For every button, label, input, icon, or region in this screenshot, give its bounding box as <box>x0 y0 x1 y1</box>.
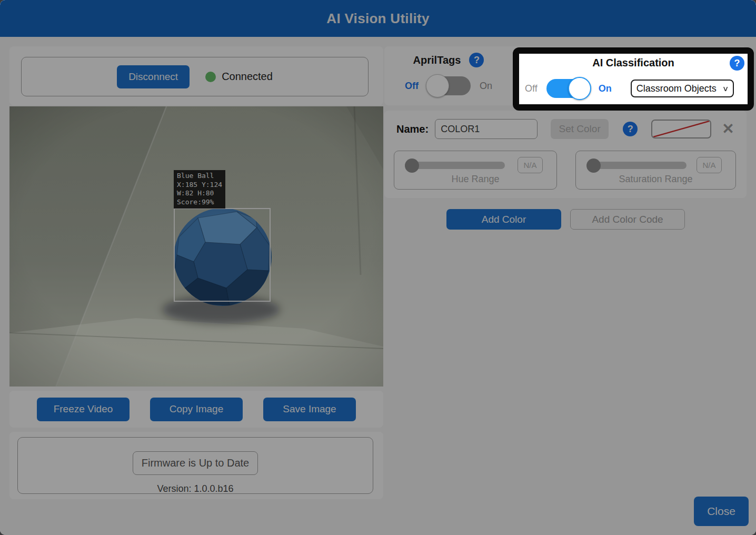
firmware-panel: Firmware is Up to Date Version: 1.0.0.b1… <box>9 432 383 499</box>
hue-slider-track[interactable] <box>411 162 505 169</box>
apriltags-toggle-knob <box>426 74 449 97</box>
connection-status-label: Connected <box>222 71 273 83</box>
connected-status-dot <box>205 72 216 82</box>
connection-panel: Disconnect Connected <box>9 46 383 105</box>
swatch-red-line <box>652 121 710 137</box>
apriltags-off-label: Off <box>405 81 419 92</box>
detection-size: W:82 H:80 <box>177 189 222 198</box>
hue-slider-knob[interactable] <box>405 158 419 173</box>
hue-range-group: N/A Hue Range <box>394 151 557 190</box>
detection-position: X:185 Y:124 <box>177 181 222 190</box>
firmware-status-button[interactable]: Firmware is Up to Date <box>133 451 258 475</box>
ai-classification-title: AI Classification <box>519 57 748 69</box>
firmware-version-label: Version: 1.0.0.b16 <box>18 483 373 494</box>
detection-score: Score:99% <box>177 198 222 207</box>
name-label: Name: <box>396 123 429 135</box>
ai-classification-on-label: On <box>599 83 612 94</box>
firmware-group: Firmware is Up to Date Version: 1.0.0.b1… <box>17 437 373 494</box>
apriltags-on-label: On <box>480 81 492 92</box>
ai-classification-off-label: Off <box>525 83 538 94</box>
camera-feed: Blue Ball X:185 Y:124 W:82 H:80 Score:99… <box>9 106 383 387</box>
disconnect-button[interactable]: Disconnect <box>117 65 190 88</box>
color-config-panel: Name: Set Color ? ✕ N/A Hue Range N/A Sa… <box>384 111 747 198</box>
saturation-slider-knob[interactable] <box>586 158 601 173</box>
apriltags-toggle-row: Off On <box>384 76 513 95</box>
freeze-video-button[interactable]: Freeze Video <box>37 398 130 421</box>
detection-bounding-box <box>174 208 271 302</box>
copy-image-button[interactable]: Copy Image <box>150 398 243 421</box>
save-image-button[interactable]: Save Image <box>263 398 356 421</box>
ai-classification-toggle-knob <box>568 77 591 100</box>
model-select-dropdown[interactable]: Classroom Objects ∨ <box>631 80 734 97</box>
apriltags-help-icon[interactable]: ? <box>469 53 484 67</box>
video-buttons-panel: Freeze Video Copy Image Save Image <box>9 391 383 428</box>
add-color-code-button[interactable]: Add Color Code <box>570 209 685 230</box>
saturation-value-badge: N/A <box>697 157 722 173</box>
ai-classification-toggle[interactable] <box>546 79 590 98</box>
add-color-button[interactable]: Add Color <box>446 209 561 230</box>
color-name-row: Name: Set Color ? ✕ <box>396 119 738 139</box>
detection-name: Blue Ball <box>177 172 222 181</box>
hue-value-badge: N/A <box>518 157 543 173</box>
apriltags-title: AprilTags <box>413 54 461 66</box>
remove-color-icon[interactable]: ✕ <box>722 122 734 136</box>
ai-classification-controls: Off On Classroom Objects ∨ <box>525 79 742 98</box>
ai-classification-help-icon[interactable]: ? <box>730 56 744 71</box>
empty-color-swatch <box>651 120 711 138</box>
close-button[interactable]: Close <box>694 497 749 526</box>
saturation-range-group: N/A Saturation Range <box>575 151 736 190</box>
ai-vision-utility-window: AI Vision Utility Disconnect Connected <box>0 0 756 535</box>
set-color-button[interactable]: Set Color <box>551 119 609 139</box>
chevron-down-icon: ∨ <box>722 84 729 93</box>
saturation-range-label: Saturation Range <box>576 174 735 185</box>
window-title: AI Vision Utility <box>326 11 429 27</box>
apriltags-toggle[interactable] <box>427 76 471 95</box>
ai-classification-panel: AI Classification ? Off On Classroom Obj… <box>513 47 754 111</box>
detection-label: Blue Ball X:185 Y:124 W:82 H:80 Score:99… <box>174 170 225 209</box>
color-name-input[interactable] <box>435 119 538 139</box>
hue-range-label: Hue Range <box>394 174 556 185</box>
color-help-icon[interactable]: ? <box>623 122 638 136</box>
connection-group: Disconnect Connected <box>21 57 369 96</box>
saturation-slider-track[interactable] <box>593 162 687 169</box>
apriltags-header: AprilTags ? <box>384 53 513 67</box>
title-bar: AI Vision Utility <box>0 0 756 37</box>
model-selected-value: Classroom Objects <box>636 83 717 94</box>
